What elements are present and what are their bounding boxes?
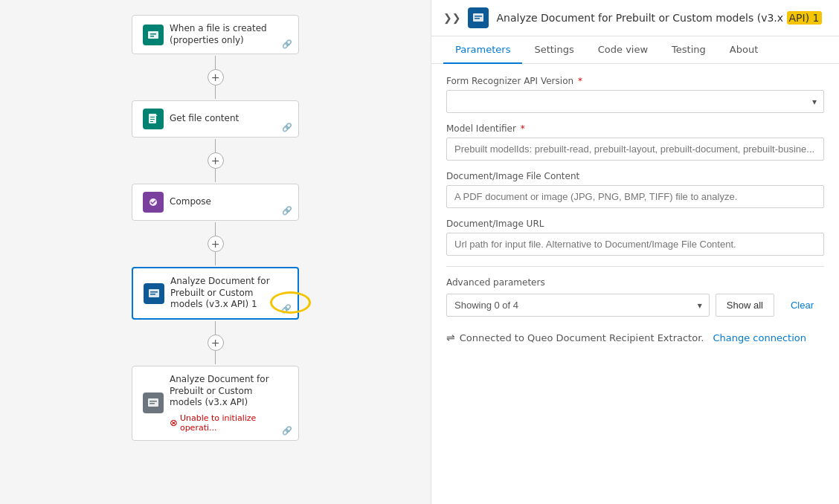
step-link-analyze-1: 🔗 (281, 304, 292, 314)
analyze1-svg (147, 287, 161, 300)
step-link-trigger: 🔗 (282, 39, 292, 49)
advanced-select-wrap: Showing 0 of 4 ▾ (446, 294, 710, 317)
connector-line-1 (215, 56, 216, 69)
add-step-4[interactable]: + (208, 335, 224, 351)
step-icon-compose (143, 192, 164, 213)
svg-rect-8 (149, 289, 159, 297)
get-file-svg (147, 112, 160, 126)
change-connection-link[interactable]: Change connection (713, 332, 806, 343)
advanced-label: Advanced parameters (446, 277, 824, 288)
tabs-row: Parameters Settings Code view Testing Ab… (431, 36, 839, 64)
step-label-trigger: When a file is created(properties only) (170, 23, 267, 46)
show-all-button[interactable]: Show all (716, 294, 774, 317)
left-panel: When a file is created(properties only) … (0, 0, 431, 504)
svg-rect-10 (150, 294, 155, 295)
connector-3: + (208, 222, 224, 265)
tab-about[interactable]: About (718, 36, 770, 64)
step-label-analyze-2: Analyze Document forPrebuilt or Custommo… (170, 374, 288, 409)
svg-rect-14 (473, 13, 483, 22)
step-card-trigger[interactable]: When a file is created(properties only) … (132, 15, 299, 54)
connector-2: + (208, 139, 224, 182)
svg-rect-16 (475, 18, 480, 19)
add-step-1[interactable]: + (208, 69, 224, 85)
form-recognizer-label: Form Recognizer API Version * (446, 76, 824, 86)
step-card-compose[interactable]: Compose 🔗 (132, 184, 299, 221)
tab-settings[interactable]: Settings (522, 36, 585, 64)
svg-rect-0 (148, 31, 158, 39)
panel-content: Form Recognizer API Version * 2023-07-31… (431, 64, 839, 504)
model-identifier-label: Model Identifier * (446, 123, 824, 134)
connection-icon: ⇌ (446, 332, 455, 343)
svg-rect-9 (150, 291, 158, 293)
field-model-identifier: Model Identifier * (446, 123, 824, 161)
svg-rect-12 (150, 401, 157, 402)
svg-rect-4 (150, 117, 155, 117)
svg-rect-5 (150, 119, 155, 120)
tab-code-view[interactable]: Code view (586, 36, 660, 64)
advanced-select[interactable]: Showing 0 of 4 (446, 294, 710, 317)
step-label-get-file: Get file content (170, 113, 239, 125)
step-card-analyze-2[interactable]: Analyze Document forPrebuilt or Custommo… (132, 366, 299, 441)
step-label-analyze-1: Analyze Document forPrebuilt or Custommo… (170, 276, 270, 311)
field-document-file: Document/Image File Content (446, 171, 824, 208)
advanced-section: Advanced parameters Showing 0 of 4 ▾ Sho… (446, 277, 824, 317)
trigger-svg (147, 28, 160, 42)
field-document-url: Document/Image URL (446, 219, 824, 256)
connector-line-3b (215, 252, 216, 265)
field-form-recognizer: Form Recognizer API Version * 2023-07-31… (446, 76, 824, 113)
analyze2-svg (147, 396, 160, 410)
svg-rect-2 (150, 36, 154, 37)
tab-parameters[interactable]: Parameters (443, 36, 522, 64)
svg-rect-11 (148, 398, 158, 407)
document-file-label: Document/Image File Content (446, 171, 824, 181)
step-link-get-file: 🔗 (282, 123, 292, 132)
svg-rect-15 (475, 16, 482, 17)
flow-item-trigger: When a file is created(properties only) … (132, 15, 299, 100)
document-file-input[interactable] (446, 185, 824, 208)
connector-line-4b (215, 351, 216, 364)
svg-rect-1 (150, 33, 156, 35)
header-highlight: API) 1 (787, 11, 822, 25)
form-recognizer-input[interactable]: 2023-07-31 (446, 90, 824, 113)
right-header: ❯❯ Analyze Document for Prebuilt or Cust… (431, 0, 839, 36)
divider-advanced (446, 266, 824, 267)
clear-button[interactable]: Clear (780, 294, 824, 316)
connector-line-2 (215, 139, 216, 152)
step-card-analyze-1[interactable]: Analyze Document forPrebuilt or Custommo… (132, 267, 299, 320)
panel-header-title: Analyze Document for Prebuilt or Custom … (496, 12, 827, 24)
document-url-input[interactable] (446, 233, 824, 256)
step-link-compose: 🔗 (282, 206, 292, 216)
step-label-compose: Compose (170, 196, 211, 208)
svg-rect-3 (149, 114, 156, 123)
svg-rect-13 (150, 403, 155, 404)
document-url-label: Document/Image URL (446, 219, 824, 229)
step-icon-trigger (143, 25, 164, 45)
header-step-icon (468, 7, 489, 28)
connector-4: + (208, 321, 224, 364)
flow-item-analyze-1: Analyze Document forPrebuilt or Custommo… (132, 267, 299, 366)
flow-item-get-file: Get file content 🔗 + (132, 100, 299, 184)
add-step-3[interactable]: + (208, 236, 224, 252)
step-icon-analyze-2 (143, 392, 164, 413)
step-card-get-file[interactable]: Get file content 🔗 (132, 100, 299, 138)
form-recognizer-select-wrapper: 2023-07-31 ▾ (446, 90, 824, 113)
flow-item-compose: Compose 🔗 + (132, 184, 299, 267)
add-step-2[interactable]: + (208, 152, 224, 169)
connector-line-4 (215, 321, 216, 335)
compose-svg (147, 196, 160, 209)
header-icon-svg (472, 11, 485, 25)
connection-text: Connected to Queo Document Recipient Ext… (460, 332, 704, 343)
step-icon-analyze-1 (144, 283, 164, 304)
connection-row: ⇌ Connected to Queo Document Recipient E… (446, 332, 824, 343)
tab-testing[interactable]: Testing (660, 36, 718, 64)
step-error-text: ⊗ Unable to initialize operati... (170, 413, 288, 433)
collapse-icon[interactable]: ❯❯ (443, 12, 460, 24)
connector-1: + (208, 56, 224, 99)
advanced-controls: Showing 0 of 4 ▾ Show all Clear (446, 294, 824, 317)
step-icon-get-file (143, 109, 164, 129)
right-panel: ❯❯ Analyze Document for Prebuilt or Cust… (431, 0, 839, 504)
model-identifier-input[interactable] (446, 138, 824, 161)
step-link-analyze-2: 🔗 (282, 426, 292, 436)
connector-line-3 (215, 222, 216, 236)
svg-rect-6 (150, 121, 153, 122)
